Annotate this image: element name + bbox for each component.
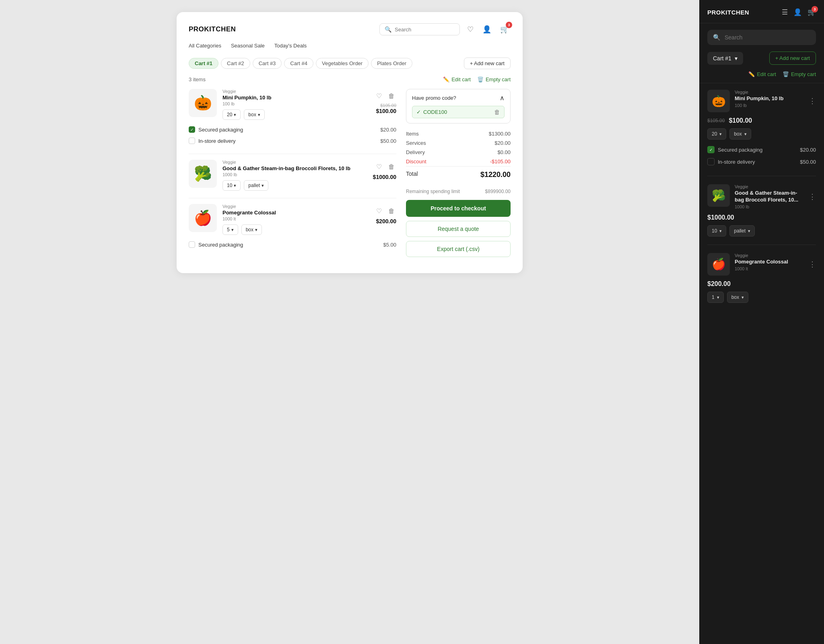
items-count: 3 items: [189, 76, 206, 82]
tab-cart-3[interactable]: Cart #3: [253, 58, 282, 69]
export-button[interactable]: Export cart (.csv): [406, 241, 511, 257]
search-icon: 🔍: [385, 26, 391, 33]
unit-selector[interactable]: pallet: [244, 180, 268, 191]
rp-unit-selector[interactable]: pallet: [729, 225, 755, 237]
rp-item-header: 🎃 Veggie Mini Pumpkin, 10 lb 100 lb ⋮: [707, 90, 816, 112]
rp-empty-cart-button[interactable]: 🗑️ Empty cart: [783, 71, 816, 77]
rp-item-menu-button[interactable]: ⋮: [809, 253, 816, 276]
item-divider: [189, 154, 396, 154]
tab-cart-1[interactable]: Cart #1: [189, 58, 218, 69]
item-info-pumpkin: Veggie Mini Pumpkin, 10 lb 100 lb 20 box: [222, 89, 369, 120]
rp-qty-selector[interactable]: 10: [707, 225, 726, 237]
item-actions: ♡ 🗑: [375, 91, 396, 101]
edit-cart-button[interactable]: ✏️ Edit cart: [443, 76, 471, 82]
delivery-checkbox[interactable]: [189, 138, 195, 144]
promo-header[interactable]: Have promo code? ∧: [412, 94, 505, 102]
promo-section: Have promo code? ∧ ✓ CODE100 🗑: [406, 89, 511, 123]
rp-delivery-row: In-store delivery $50.00: [707, 156, 816, 168]
main-search-bar[interactable]: 🔍: [379, 23, 460, 35]
rp-price-row: $1000.00: [707, 214, 816, 221]
wishlist-item-button[interactable]: ♡: [375, 206, 383, 216]
item-actions: ♡ 🗑: [375, 161, 396, 172]
item-name: Good & Gather Steam-in-bag Broccoli Flor…: [222, 165, 367, 171]
rp-item-image-broccoli: 🥦: [707, 184, 730, 207]
delete-item-button[interactable]: 🗑: [387, 161, 396, 172]
checkout-button[interactable]: Proceed to checkout: [406, 200, 511, 217]
rp-edit-icon: ✏️: [748, 71, 755, 77]
rp-add-cart-button[interactable]: + Add new cart: [769, 51, 816, 65]
rp-item-menu-button[interactable]: ⋮: [809, 184, 816, 209]
tab-cart-4[interactable]: Cart #4: [284, 58, 313, 69]
main-nav: All Categories Seasonal Sale Today's Dea…: [189, 43, 511, 49]
wishlist-item-button[interactable]: ♡: [375, 161, 383, 172]
item-controls: 5 box: [222, 224, 369, 235]
rp-qty-selector[interactable]: 1: [707, 292, 724, 303]
summary-total-row: Total $1220.00: [406, 166, 511, 183]
account-button[interactable]: 👤: [481, 23, 493, 35]
nav-seasonal-sale[interactable]: Seasonal Sale: [231, 43, 265, 49]
rp-delivery-checkbox[interactable]: [707, 158, 715, 165]
wishlist-item-button[interactable]: ♡: [375, 91, 383, 101]
rp-items: 🎃 Veggie Mini Pumpkin, 10 lb 100 lb ⋮ $1…: [699, 83, 824, 644]
unit-selector[interactable]: box: [241, 224, 262, 235]
promo-delete-button[interactable]: 🗑: [494, 109, 500, 115]
quote-button[interactable]: Request a quote: [406, 221, 511, 237]
add-new-cart-button[interactable]: + Add new cart: [464, 58, 511, 69]
main-card: PROKITCHEN 🔍 ♡ 👤 🛒 3 All Categories Seas…: [177, 12, 523, 273]
rp-item-menu-button[interactable]: ⋮: [809, 90, 816, 112]
chevron-up-icon: ∧: [500, 94, 505, 102]
rp-price-row: $200.00: [707, 280, 816, 288]
rp-search-input[interactable]: [725, 34, 810, 41]
tab-vegetables-order[interactable]: Vegetables Order: [316, 58, 369, 69]
wishlist-button[interactable]: ♡: [466, 23, 475, 35]
packaging-checkbox[interactable]: ✓: [189, 126, 195, 133]
rp-unit-selector[interactable]: box: [727, 292, 748, 303]
rp-cart-button[interactable]: 🛒 3: [808, 8, 816, 16]
empty-cart-button[interactable]: 🗑️ Empty cart: [477, 76, 511, 82]
item-name: Pomegrante Colossal: [222, 210, 369, 216]
item-price-area: $1000.00: [373, 174, 396, 180]
rp-packaging-checkbox[interactable]: ✓: [707, 146, 715, 153]
packaging-checkbox[interactable]: [189, 241, 195, 248]
rp-unit-selector[interactable]: box: [729, 128, 751, 140]
item-original-price: $105.00: [376, 103, 396, 108]
rp-cart-actions: ✏️ Edit cart 🗑️ Empty cart: [699, 71, 824, 83]
cart-button[interactable]: 🛒 3: [499, 23, 511, 35]
qty-selector[interactable]: 10: [222, 180, 241, 191]
rp-search-bar[interactable]: 🔍: [707, 30, 816, 45]
item-image-pomegranate: 🍎: [189, 204, 217, 232]
items-header: 3 items ✏️ Edit cart 🗑️ Empty cart: [189, 76, 511, 82]
unit-selector[interactable]: box: [244, 109, 264, 120]
main-logo: PROKITCHEN: [189, 25, 236, 33]
item-card-pomegranate: 🍎 Veggie Pomegrante Colossal 1000 lt 5: [189, 204, 396, 250]
right-panel: PROKITCHEN ☰ 👤 🛒 3 🔍 Cart #1 ▾ + Add new…: [699, 0, 824, 644]
rp-menu-button[interactable]: ☰: [782, 8, 788, 16]
packaging-row-pomegranate: Secured packaging $5.00: [189, 239, 396, 250]
rp-account-button[interactable]: 👤: [793, 8, 802, 16]
summary-rows: Items $1300.00 Services $20.00 Delivery …: [406, 129, 511, 183]
packaging-row: ✓ Secured packaging $20.00: [189, 124, 396, 135]
search-input[interactable]: [395, 27, 455, 33]
item-category: Veggie: [222, 160, 367, 165]
rp-qty-selector[interactable]: 20: [707, 128, 726, 140]
item-card-pumpkin: 🎃 Veggie Mini Pumpkin, 10 lb 100 lb 20: [189, 89, 396, 146]
cart-badge: 3: [506, 22, 512, 28]
rp-cart-dropdown[interactable]: Cart #1 ▾: [707, 52, 743, 65]
order-summary: Have promo code? ∧ ✓ CODE100 🗑 Items: [406, 89, 511, 261]
chevron-down-icon: [719, 228, 722, 234]
rp-item-pomegranate: 🍎 Veggie Pomegrante Colossal 1000 lt ⋮ $…: [707, 253, 816, 311]
nav-all-categories[interactable]: All Categories: [189, 43, 221, 49]
qty-selector[interactable]: 20: [222, 109, 241, 120]
tab-cart-2[interactable]: Cart #2: [221, 58, 250, 69]
delete-item-button[interactable]: 🗑: [387, 91, 396, 101]
qty-selector[interactable]: 5: [222, 224, 238, 235]
chevron-down-icon: [255, 227, 258, 232]
item-main: 🎃 Veggie Mini Pumpkin, 10 lb 100 lb 20: [189, 89, 396, 120]
item-divider: [189, 198, 396, 198]
cart-tabs-row: Cart #1 Cart #2 Cart #3 Cart #4 Vegetabl…: [189, 58, 511, 69]
tab-plates-order[interactable]: Plates Order: [371, 58, 412, 69]
delete-item-button[interactable]: 🗑: [387, 206, 396, 216]
rp-edit-cart-button[interactable]: ✏️ Edit cart: [748, 71, 776, 77]
item-info-pomegranate: Veggie Pomegrante Colossal 1000 lt 5 box: [222, 204, 369, 235]
nav-todays-deals[interactable]: Today's Deals: [274, 43, 307, 49]
